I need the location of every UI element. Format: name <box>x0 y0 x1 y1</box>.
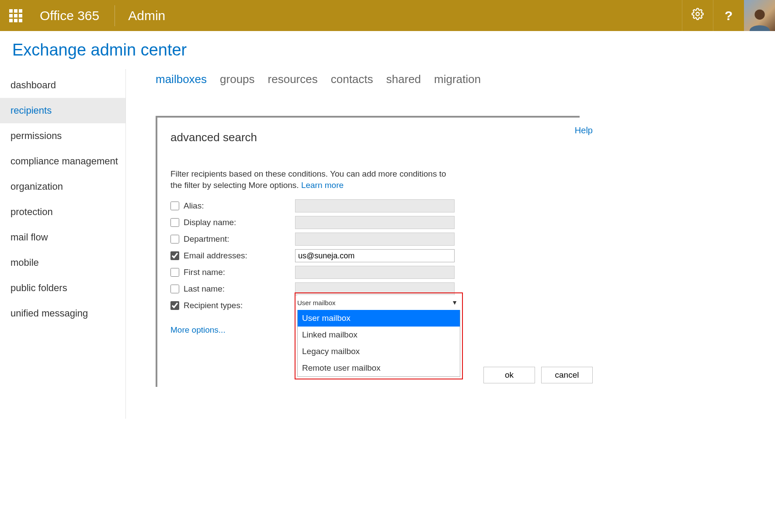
sidebar-item-organization[interactable]: organization <box>0 174 125 199</box>
recipient-types-select[interactable]: User mailbox ▼ <box>297 295 460 310</box>
cancel-button[interactable]: cancel <box>541 367 593 383</box>
sidebar-item-permissions[interactable]: permissions <box>0 123 125 149</box>
sidebar-item-unified-messaging[interactable]: unified messaging <box>0 301 125 326</box>
filter-input-disabled <box>295 199 455 212</box>
tab-mailboxes[interactable]: mailboxes <box>156 73 207 86</box>
learn-more-link[interactable]: Learn more <box>301 181 344 190</box>
help-link[interactable]: Help <box>575 125 593 136</box>
filter-checkbox[interactable] <box>170 218 179 227</box>
filter-label: Department: <box>184 234 295 244</box>
filter-checkbox[interactable] <box>170 251 179 260</box>
sidebar-item-mobile[interactable]: mobile <box>0 250 125 275</box>
filter-row: First name: <box>170 264 459 281</box>
sidebar-item-compliance-management[interactable]: compliance management <box>0 149 125 174</box>
dialog-instructions: Filter recipients based on these conditi… <box>170 168 459 191</box>
page-title: Exchange admin center <box>0 31 775 69</box>
ok-button[interactable]: ok <box>483 367 535 383</box>
waffle-icon <box>9 9 22 22</box>
filter-checkbox[interactable] <box>170 202 179 210</box>
filter-label: Recipient types: <box>184 301 295 310</box>
dialog-title: advanced search <box>170 131 580 144</box>
filter-row: Department: <box>170 231 459 247</box>
tab-groups[interactable]: groups <box>220 73 255 86</box>
filter-input[interactable] <box>295 249 455 262</box>
app-label[interactable]: Admin <box>115 8 165 23</box>
sidebar-item-dashboard[interactable]: dashboard <box>0 73 125 98</box>
filter-input-disabled <box>295 216 455 229</box>
recipient-types-dropdown-highlight: User mailbox ▼ User mailboxLinked mailbo… <box>295 292 463 379</box>
filter-label: Last name: <box>184 284 295 294</box>
gear-icon <box>692 8 704 23</box>
recipient-type-option[interactable]: User mailbox <box>298 310 460 327</box>
main-area: mailboxesgroupsresourcescontactssharedmi… <box>126 69 775 419</box>
filter-input-disabled <box>295 266 455 279</box>
filter-checkbox[interactable] <box>170 285 179 293</box>
filter-checkbox[interactable] <box>170 235 179 243</box>
filter-row: Email addresses: <box>170 247 459 264</box>
filter-label: Alias: <box>184 201 295 211</box>
settings-button[interactable] <box>682 0 713 31</box>
tab-migration[interactable]: migration <box>434 73 481 86</box>
sidebar-item-protection[interactable]: protection <box>0 199 125 225</box>
chevron-down-icon: ▼ <box>452 299 458 306</box>
tab-shared[interactable]: shared <box>386 73 421 86</box>
filter-label: Email addresses: <box>184 251 295 261</box>
filter-row: Alias: <box>170 198 459 214</box>
recipient-types-selected-value: User mailbox <box>297 299 336 306</box>
recipient-type-option[interactable]: Remote user mailbox <box>298 360 460 376</box>
tab-contacts[interactable]: contacts <box>331 73 373 86</box>
svg-point-0 <box>696 12 699 15</box>
app-launcher-button[interactable] <box>0 0 31 31</box>
tab-resources[interactable]: resources <box>268 73 318 86</box>
filter-row: Display name: <box>170 214 459 231</box>
tabs: mailboxesgroupsresourcescontactssharedmi… <box>156 73 775 86</box>
recipient-type-option[interactable]: Linked mailbox <box>298 327 460 343</box>
avatar[interactable] <box>744 0 775 31</box>
filter-checkbox[interactable] <box>170 301 179 310</box>
brand-label[interactable]: Office 365 <box>31 5 115 26</box>
recipient-types-options-list: User mailboxLinked mailboxLegacy mailbox… <box>297 310 460 377</box>
svg-point-1 <box>754 10 765 20</box>
sidebar-item-public-folders[interactable]: public folders <box>0 275 125 301</box>
help-button[interactable]: ? <box>713 0 744 31</box>
sidebar: dashboardrecipientspermissionscompliance… <box>0 69 126 419</box>
filter-checkbox[interactable] <box>170 268 179 277</box>
filter-label: First name: <box>184 268 295 277</box>
recipient-type-option[interactable]: Legacy mailbox <box>298 343 460 360</box>
sidebar-item-mail-flow[interactable]: mail flow <box>0 225 125 250</box>
question-icon: ? <box>725 8 733 23</box>
filter-input-disabled <box>295 233 455 246</box>
advanced-search-dialog: advanced search Help Filter recipients b… <box>156 116 580 387</box>
filter-label: Display name: <box>184 218 295 227</box>
sidebar-item-recipients[interactable]: recipients <box>0 98 125 123</box>
topbar: Office 365 Admin ? <box>0 0 775 31</box>
